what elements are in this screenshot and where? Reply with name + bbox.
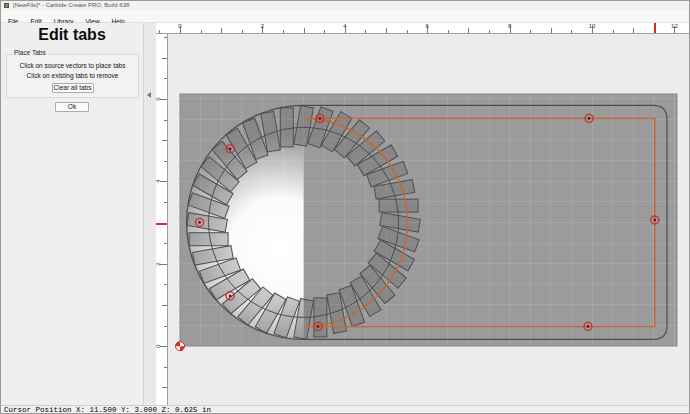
ruler-tick bbox=[164, 367, 167, 368]
app-window: [NewFile]* - Carbide Create PRO, Build 6… bbox=[0, 0, 690, 414]
horizontal-ruler: 024681012 bbox=[156, 23, 690, 34]
ruler-tick bbox=[386, 28, 387, 33]
ruler-tick bbox=[283, 30, 284, 33]
ruler-tick bbox=[159, 30, 160, 33]
ruler-label-x: 2 bbox=[261, 23, 264, 29]
ruler-tick bbox=[201, 30, 202, 33]
ruler-tick bbox=[162, 305, 167, 306]
ruler-tick bbox=[530, 30, 531, 33]
app-icon bbox=[4, 3, 9, 8]
ruler-tick bbox=[448, 30, 449, 33]
ruler-tick bbox=[160, 264, 167, 265]
panel-splitter[interactable] bbox=[144, 23, 156, 405]
status-bar: Cursor Position X: 11.500 Y: 3.000 Z: 0.… bbox=[1, 405, 690, 414]
ruler-tick bbox=[162, 140, 167, 141]
ruler-tick bbox=[221, 28, 222, 33]
ruler-tick bbox=[164, 37, 167, 38]
ruler-tick bbox=[304, 28, 305, 33]
ruler-label-x: 4 bbox=[343, 23, 346, 29]
ruler-tick bbox=[164, 326, 167, 327]
ruler-label-x: 6 bbox=[426, 23, 429, 29]
ruler-tick bbox=[164, 120, 167, 121]
ruler-tick bbox=[633, 28, 634, 33]
ruler-label-x: 12 bbox=[671, 23, 678, 29]
place-tabs-group: Place Tabs Click on source vectors to pl… bbox=[6, 54, 139, 98]
ruler-tick bbox=[407, 30, 408, 33]
window-controls: – □ ✕ bbox=[630, 1, 687, 10]
ruler-tick bbox=[162, 387, 167, 388]
ruler-label-x: 8 bbox=[508, 23, 511, 29]
menu-bar: FileEditLibraryViewHelp bbox=[1, 10, 690, 23]
page-title: Edit tabs bbox=[1, 26, 143, 44]
ruler-tick bbox=[551, 28, 552, 33]
window-title: [NewFile]* - Carbide Create PRO, Build 6… bbox=[13, 1, 129, 10]
ruler-label-y: 4 bbox=[156, 180, 161, 183]
place-tabs-label: Place Tabs bbox=[12, 49, 48, 56]
ruler-tick bbox=[162, 58, 167, 59]
ruler-tick bbox=[468, 28, 469, 33]
ruler-tick bbox=[324, 30, 325, 33]
ruler-tick bbox=[242, 30, 243, 33]
ruler-tick bbox=[164, 161, 167, 162]
ruler-tick bbox=[164, 284, 167, 285]
cursor-y-indicator bbox=[156, 223, 167, 225]
ruler-label-x: 10 bbox=[589, 23, 596, 29]
ruler-tick bbox=[160, 346, 167, 347]
ruler-tick bbox=[164, 78, 167, 79]
ok-button[interactable]: Ok bbox=[55, 102, 89, 112]
ruler-tick bbox=[571, 30, 572, 33]
ruler-label-x: 0 bbox=[178, 23, 181, 29]
design-canvas[interactable] bbox=[168, 34, 690, 405]
cursor-position-readout: Cursor Position X: 11.500 Y: 3.000 Z: 0.… bbox=[4, 406, 211, 414]
collapse-panel-icon[interactable] bbox=[147, 92, 151, 98]
ruler-label-y: 2 bbox=[156, 262, 161, 265]
ruler-label-y: 0 bbox=[156, 345, 161, 348]
instruction-remove: Click on existing tabs to remove bbox=[7, 72, 138, 79]
clear-all-tabs-button[interactable]: Clear all tabs bbox=[52, 83, 94, 93]
ruler-tick bbox=[160, 181, 167, 182]
cursor-x-indicator bbox=[654, 23, 656, 34]
ruler-label-y: 6 bbox=[156, 97, 161, 100]
instruction-place: Click on source vectors to place tabs bbox=[7, 62, 138, 69]
ruler-tick bbox=[160, 99, 167, 100]
ruler-tick bbox=[164, 243, 167, 244]
ruler-tick bbox=[613, 30, 614, 33]
title-bar[interactable]: [NewFile]* - Carbide Create PRO, Build 6… bbox=[1, 1, 690, 10]
ruler-tick bbox=[164, 202, 167, 203]
ruler-tick bbox=[489, 30, 490, 33]
edit-tabs-panel: Edit tabs Place Tabs Click on source vec… bbox=[1, 23, 144, 405]
vertical-ruler: 0246 bbox=[156, 34, 168, 405]
ruler-tick bbox=[365, 30, 366, 33]
